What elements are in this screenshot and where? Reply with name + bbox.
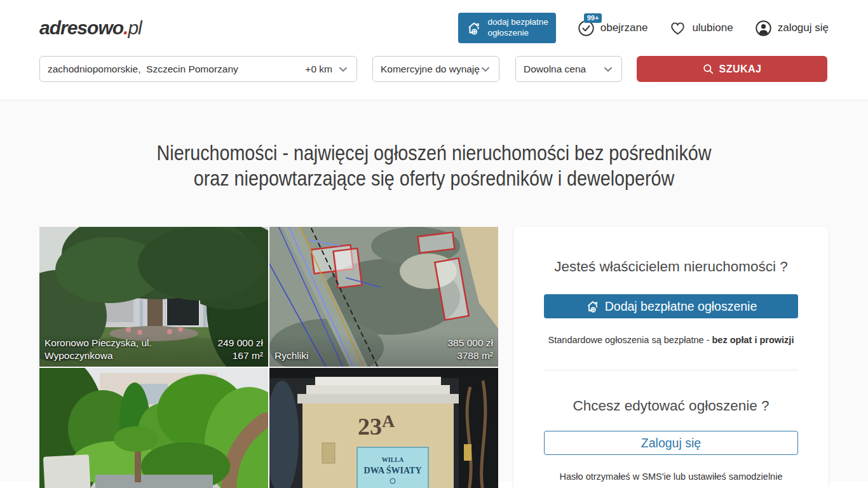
location-input[interactable] <box>48 64 305 75</box>
listing-meta: 249 000 zł 167 m² <box>217 337 263 362</box>
chevron-down-icon <box>602 64 614 75</box>
edit-note: Hasło otrzymałeś w SMS'ie lub ustawiłeś … <box>544 471 798 482</box>
search-button[interactable]: SZUKAJ <box>637 56 827 82</box>
listing-photo-gate-pillar: 23A WILLA DWA ŚWIATY <box>269 368 498 488</box>
logo-text-bold: adresowo <box>39 17 123 38</box>
favorites-link[interactable]: ulubione <box>669 20 733 37</box>
listing-area: 3788 m² <box>457 350 493 361</box>
favorites-label: ulubione <box>692 22 733 34</box>
adresowo-logo[interactable]: adresowo.pl <box>39 17 142 39</box>
login-button-label: Zaloguj się <box>641 436 701 451</box>
header-actions: dodaj bezpłatne ogłoszenie 99+ obejrzane <box>458 13 829 43</box>
logo-text-light: pl <box>128 17 141 38</box>
radius-value[interactable]: +0 km <box>305 64 332 75</box>
login-button[interactable]: Zaloguj się <box>544 431 798 455</box>
price-select[interactable]: Dowolna cena <box>515 56 622 82</box>
edit-section: Chcesz edytować ogłoszenie ? Zaloguj się… <box>513 370 829 482</box>
listing-name: Rychliki <box>275 349 405 362</box>
search-button-label: SZUKAJ <box>719 64 761 75</box>
add-listing-button[interactable]: dodaj bezpłatne ogłoszenie <box>458 13 555 43</box>
listing-meta: 385 000 zł 3788 m² <box>447 337 493 362</box>
viewed-link[interactable]: 99+ obejrzane <box>578 20 648 37</box>
header: adresowo.pl dodaj bezpłatne ogłoszenie <box>0 0 868 100</box>
listing-tile[interactable]: Lublin Węglin, ul. 1 720 000 zł <box>39 368 268 488</box>
owner-section: Jesteś właścicielem nieruchomości ? Doda… <box>513 227 829 370</box>
viewed-count-badge: 99+ <box>584 13 602 23</box>
chevron-down-icon <box>337 64 349 75</box>
listing-area: 167 m² <box>233 350 263 361</box>
search-icon <box>702 63 714 75</box>
check-circle-icon: 99+ <box>578 20 595 37</box>
viewed-label: obejrzane <box>600 22 648 34</box>
house-plus-icon <box>585 299 600 314</box>
listing-caption: Rychliki 385 000 zł 3788 m² <box>269 333 498 367</box>
search-bar: +0 km Komercyjne do wynaję Dowolna cena … <box>39 56 829 100</box>
gate-number-suffix-text: A <box>382 411 395 431</box>
listing-tile[interactable]: Koronowo Pieczyska, ul. Wypoczynkowa 249… <box>39 227 268 367</box>
listings-grid: Koronowo Pieczyska, ul. Wypoczynkowa 249… <box>39 227 498 488</box>
listing-tile[interactable]: 23A WILLA DWA ŚWIATY Warszawa Ursynów, u… <box>269 368 498 488</box>
category-value: Komercyjne do wynaję <box>381 64 480 75</box>
login-label: zaloguj się <box>778 22 829 34</box>
owner-note: Standardowe ogłoszenia są bezpłatne - be… <box>544 335 798 345</box>
plaque-title-text: WILLA <box>382 456 404 463</box>
main-content: Nieruchomości - najwięcej ogłoszeń nieru… <box>0 100 868 482</box>
add-free-listing-label: Dodaj bezpłatne ogłoszenie <box>605 299 757 314</box>
listing-name: Koronowo Pieczyska, ul. Wypoczynkowa <box>44 337 175 362</box>
owner-heading: Jesteś właścicielem nieruchomości ? <box>544 259 798 275</box>
price-value: Dowolna cena <box>524 64 586 75</box>
chevron-down-icon <box>480 64 491 75</box>
listing-caption: Koronowo Pieczyska, ul. Wypoczynkowa 249… <box>39 333 268 367</box>
login-link[interactable]: zaloguj się <box>755 20 829 37</box>
heart-icon <box>669 20 686 37</box>
gate-number-text: 23 <box>358 413 382 440</box>
add-free-listing-button[interactable]: Dodaj bezpłatne ogłoszenie <box>544 294 798 318</box>
listing-price: 249 000 zł <box>217 337 263 348</box>
user-icon <box>755 20 772 37</box>
location-field[interactable]: +0 km <box>39 56 357 82</box>
listing-tile[interactable]: Rychliki 385 000 zł 3788 m² <box>269 227 498 367</box>
add-listing-label: dodaj bezpłatne ogłoszenie <box>487 17 548 39</box>
page-title: Nieruchomości - najwięcej ogłoszeń nieru… <box>57 140 811 191</box>
house-plus-icon <box>466 20 482 36</box>
owner-panel: Jesteś właścicielem nieruchomości ? Doda… <box>513 227 829 488</box>
category-select[interactable]: Komercyjne do wynaję <box>372 56 499 82</box>
plaque-name-text: DWA ŚWIATY <box>363 465 421 475</box>
listing-photo-landscaped-garden <box>39 368 268 488</box>
listing-price: 385 000 zł <box>447 337 493 348</box>
edit-heading: Chcesz edytować ogłoszenie ? <box>544 398 798 414</box>
